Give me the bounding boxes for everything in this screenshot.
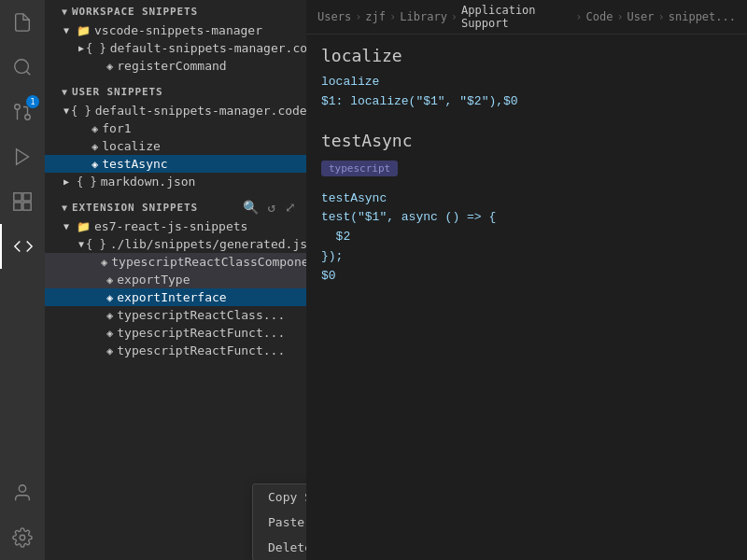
- ext-refresh-icon[interactable]: ↺: [265, 199, 278, 216]
- workspace-chevron-icon: ▼: [62, 7, 68, 17]
- empty-icon2: [78, 123, 90, 133]
- folder-chevron-icon: ▼: [63, 25, 75, 35]
- workspace-section-label: WORKSPACE SNIPPETS: [72, 6, 198, 18]
- context-menu: Copy Snippet(s) Paste Snippet(s) Delete …: [252, 483, 306, 560]
- tree-item-label: localize: [102, 139, 161, 153]
- copy-snippets-item[interactable]: Copy Snippet(s): [253, 484, 306, 510]
- breadcrumb-user[interactable]: User: [627, 10, 655, 23]
- empty-icon9: [93, 328, 105, 338]
- file-chevron-icon2: ▼: [63, 105, 69, 116]
- user-section-label: USER SNIPPETS: [72, 86, 163, 98]
- testasync-line4: });: [321, 247, 732, 267]
- extension-snippets-header-row: ▼ EXTENSION SNIPPETS 🔍 ↺ ⤢: [45, 196, 306, 217]
- empty-icon6: [93, 274, 105, 285]
- testasync-line1: testAsync: [321, 189, 732, 209]
- snippet-icon9: ◈: [106, 327, 113, 340]
- ext-search-icon[interactable]: 🔍: [240, 199, 261, 216]
- empty-icon7: [93, 292, 105, 302]
- breadcrumb-snippet[interactable]: snippet...: [669, 10, 736, 23]
- breadcrumb-library[interactable]: Library: [400, 10, 447, 23]
- ext-expand-icon[interactable]: ⤢: [282, 199, 299, 216]
- export-type-item[interactable]: ◈ exportType: [45, 271, 306, 288]
- snippets-icon[interactable]: [0, 224, 45, 269]
- search-icon[interactable]: [0, 45, 45, 90]
- export-interface-item[interactable]: ◈ exportInterface: [45, 288, 306, 306]
- user-default-snippets-item[interactable]: ▼ { } default-snippets-manager.code-snip…: [45, 102, 306, 119]
- register-command-item[interactable]: ◈ registerCommand: [45, 57, 306, 75]
- extension-toolbar: 🔍 ↺ ⤢: [240, 199, 299, 216]
- generated-json-item[interactable]: ▼ { } ./lib/snippets/generated.json: [45, 235, 306, 253]
- localize-line2: $1: localize("$1", "$2"),$0: [321, 92, 732, 112]
- vscode-snippets-manager-item[interactable]: ▼ 📁 vscode-snippets-manager: [45, 21, 306, 39]
- user-snippets-header[interactable]: ▼ USER SNIPPETS: [45, 80, 306, 102]
- typescript-badge: typescript: [321, 161, 398, 176]
- tree-item-label: es7-react-js-snippets: [94, 219, 247, 233]
- default-snippets-ws-item[interactable]: ▶ { } default-snippets-manager.code-snip…: [45, 39, 306, 57]
- svg-rect-9: [23, 203, 31, 210]
- typescript-react-class-item[interactable]: ◈ typescriptReactClassComponent: [45, 253, 306, 271]
- files-icon[interactable]: [0, 0, 45, 45]
- localize-snippet-name: localize: [321, 46, 732, 65]
- typescript-react-funct2-item[interactable]: ◈ typescriptReactFunct...: [45, 342, 306, 359]
- workspace-snippets-header[interactable]: ▼ WORKSPACE SNIPPETS: [45, 0, 306, 21]
- tree-item-label: default-snippets-manager.code-snippets: [110, 41, 306, 55]
- testasync-snippet-body: testAsync test("$1", async () => { $2 })…: [321, 189, 732, 287]
- empty-icon: [93, 61, 105, 71]
- tree-item-label: default-snippets-manager.code-snippets: [95, 104, 306, 118]
- localize-item[interactable]: ◈ localize: [45, 137, 306, 155]
- tree-item-label: ./lib/snippets/generated.json: [110, 237, 306, 251]
- settings-icon[interactable]: [0, 515, 45, 560]
- breadcrumb-code[interactable]: Code: [585, 10, 613, 23]
- gen-chevron-icon: ▼: [78, 239, 84, 249]
- source-control-icon[interactable]: 1: [0, 90, 45, 134]
- user-chevron-icon: ▼: [62, 87, 68, 97]
- extension-snippets-header[interactable]: ▼ EXTENSION SNIPPETS: [45, 196, 240, 217]
- tree-item-label: registerCommand: [117, 59, 226, 73]
- testasync-snippet-name: testAsync: [321, 131, 732, 150]
- tree-item-label: exportType: [117, 273, 190, 287]
- testasync-item[interactable]: ◈ testAsync: [45, 155, 306, 173]
- empty-icon8: [93, 310, 105, 320]
- tree-item-label: typescriptReactClassComponent: [111, 255, 306, 269]
- breadcrumb-sep2: ›: [389, 10, 396, 23]
- svg-rect-6: [14, 193, 21, 201]
- localize-line1: localize: [321, 73, 732, 92]
- breadcrumb-zjf[interactable]: zjf: [365, 10, 386, 23]
- breadcrumb-appsupport[interactable]: Application Support: [461, 4, 571, 30]
- run-icon[interactable]: [0, 134, 45, 179]
- svg-line-1: [26, 71, 30, 75]
- ext-chevron-icon: ▼: [62, 203, 68, 213]
- es7-react-snippets-item[interactable]: ▼ 📁 es7-react-js-snippets: [45, 217, 306, 235]
- testasync-line5: $0: [321, 267, 732, 287]
- tree-item-label: typescriptReactFunct...: [117, 343, 285, 357]
- account-icon[interactable]: [0, 470, 45, 515]
- typescript-react-funct1-item[interactable]: ◈ typescriptReactFunct...: [45, 324, 306, 342]
- svg-rect-7: [23, 193, 31, 201]
- folder-chevron-icon2: ▶: [63, 176, 75, 187]
- markdown-json-item[interactable]: ▶ { } markdown.json: [45, 173, 306, 190]
- extension-section-label: EXTENSION SNIPPETS: [72, 202, 198, 214]
- tree-item-label: typescriptReactFunct...: [117, 326, 285, 340]
- snippet-icon4: ◈: [92, 158, 98, 171]
- delete-snippets-item[interactable]: Delete Snippet(s): [253, 535, 306, 560]
- testasync-line3: $2: [321, 228, 732, 247]
- breadcrumb-sep5: ›: [616, 10, 623, 23]
- testasync-line2: test("$1", async () => {: [321, 208, 732, 228]
- for1-item[interactable]: ◈ for1: [45, 119, 306, 137]
- extensions-icon[interactable]: [0, 179, 45, 224]
- paste-snippets-item[interactable]: Paste Snippet(s): [253, 510, 306, 535]
- folder-icon: 📁: [77, 24, 91, 37]
- snippet-file-icon: { }: [86, 42, 106, 55]
- empty-icon5: [93, 257, 99, 267]
- ext-folder-chevron: ▼: [63, 221, 75, 231]
- svg-point-3: [15, 105, 21, 110]
- snippet-icon3: ◈: [92, 140, 98, 153]
- typescript-react-class2-item[interactable]: ◈ typescriptReactClass...: [45, 306, 306, 324]
- gen-file-icon: { }: [86, 238, 106, 251]
- snippet-area: localize localize $1: localize("$1", "$2…: [306, 35, 747, 560]
- breadcrumb-users[interactable]: Users: [317, 10, 351, 23]
- svg-point-2: [25, 115, 31, 120]
- activity-bar: 1: [0, 0, 45, 560]
- empty-icon10: [93, 345, 105, 356]
- tree-item-label: vscode-snippets-manager: [94, 23, 262, 37]
